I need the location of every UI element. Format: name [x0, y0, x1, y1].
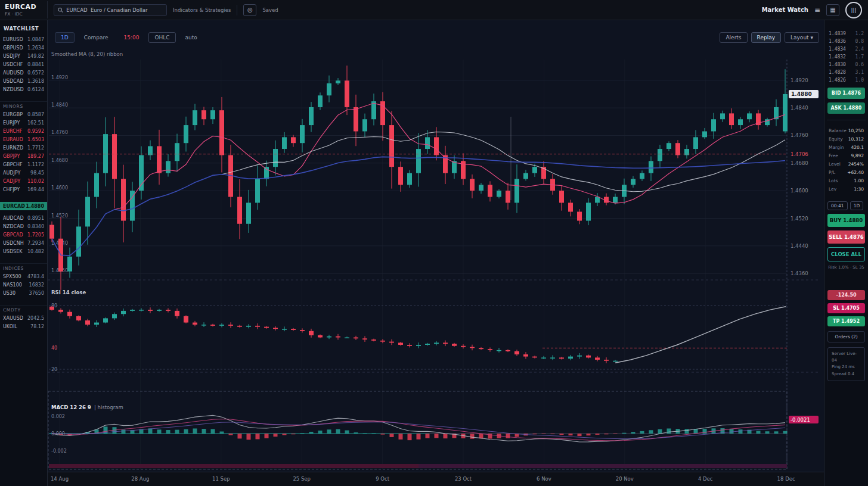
account-summary: Balance10,250Equity10,312Margin420.1Free…	[824, 126, 868, 193]
watchlist-item-nzdcad[interactable]: NZDCAD0.8340	[0, 222, 47, 230]
watchlist-symbol: CADJPY	[3, 179, 20, 184]
watchlist-symbol: EURCHF	[3, 129, 22, 134]
watchlist-item-chfjpy[interactable]: CHFJPY169.44	[0, 185, 47, 194]
ladder-price: 1.4832	[829, 54, 846, 60]
search-input[interactable]	[66, 7, 163, 13]
watchlist-price: 0.9592	[27, 129, 44, 134]
watchlist-item-usdcnh[interactable]: USDCNH7.2934	[0, 239, 47, 247]
alerts-button[interactable]: Alerts	[720, 32, 747, 43]
ladder-level[interactable]: 1.48283.1	[824, 68, 868, 76]
close-all-button[interactable]: CLOSE ALL	[827, 247, 865, 261]
symbol-search[interactable]	[54, 4, 167, 16]
menu-icon[interactable]: ≡	[814, 6, 820, 14]
ladder-level[interactable]: 1.48360.8	[824, 38, 868, 45]
watchlist-item-usdjpy[interactable]: USDJPY149.82	[0, 52, 47, 60]
watchlist-sidebar: WATCHLIST EURUSD1.0847GBPUSD1.2634USDJPY…	[0, 20, 48, 486]
account-value: 1.00	[854, 178, 864, 183]
trade-panel: 1.48391.21.48360.81.48342.41.48321.71.48…	[824, 20, 868, 486]
watchlist-item-gbpusd[interactable]: GBPUSD1.2634	[0, 43, 47, 52]
ladder-level[interactable]: 1.48321.7	[824, 53, 868, 61]
account-row: Lev1:30	[824, 185, 868, 193]
watchlist-price: 37650	[29, 291, 44, 296]
saved-label[interactable]: Saved	[262, 7, 278, 13]
indicators-button[interactable]: Indicators & Strategies	[173, 7, 231, 13]
pl-badge: -124.50	[827, 290, 865, 300]
watchlist-item-euraud[interactable]: EURAUD1.6503	[0, 135, 47, 144]
watchlist-section: INDICES	[0, 263, 47, 272]
tab-compare[interactable]: Compare	[78, 32, 114, 43]
svg-text:1.4760: 1.4760	[51, 130, 68, 135]
watchlist-item-usdsek[interactable]: USDSEK10.482	[0, 247, 47, 256]
watchlist-symbol: AUDCAD	[3, 216, 24, 221]
ask-quote[interactable]: ASK 1.4880	[827, 102, 865, 114]
watchlist-item-ukoil[interactable]: UKOIL78.12	[0, 322, 47, 331]
watchlist-item-nzdusd[interactable]: NZDUSD0.6124	[0, 85, 47, 94]
sell-button[interactable]: SELL 1.4876	[827, 230, 865, 244]
account-label: Lev	[829, 186, 836, 192]
toolbar-divider	[237, 5, 237, 15]
watchlist-item-gbpcad[interactable]: GBPCAD1.7205	[0, 230, 47, 239]
watchlist-item-xauusd[interactable]: XAUUSD2042.5	[0, 314, 47, 322]
time-axis-label: 18 Dec	[777, 476, 795, 482]
watchlist-item-gbpchf[interactable]: GBPCHF1.1172	[0, 160, 47, 169]
ladder-price: 1.4830	[829, 62, 846, 67]
watchlist-item-cadjpy[interactable]: CADJPY110.02	[0, 177, 47, 185]
timeframe-chip[interactable]: 1D	[850, 201, 864, 210]
chart-area: 1DCompare15:00OHLCauto AlertsReplayLayou…	[48, 20, 824, 486]
watchlist-price: 1.0847	[27, 37, 44, 42]
tab-auto[interactable]: auto	[179, 32, 203, 43]
watchlist-item-audusd[interactable]: AUDUSD0.6572	[0, 68, 47, 77]
time-axis-label: 23 Oct	[455, 476, 472, 482]
watchlist-item-eurnzd[interactable]: EURNZD1.7712	[0, 144, 47, 152]
tab-1d[interactable]: 1D	[55, 32, 75, 43]
watchlist-item-us30[interactable]: US3037650	[0, 289, 47, 297]
svg-text:1.4920: 1.4920	[790, 77, 808, 83]
watchlist-item-nas100[interactable]: NAS10016832	[0, 281, 47, 289]
time-axis[interactable]: 14 Aug28 Aug11 Sep25 Sep9 Oct23 Oct6 Nov…	[48, 472, 824, 486]
watchlist-symbol: CHFJPY	[3, 187, 20, 192]
watchlist-price: 1.2634	[27, 45, 44, 51]
layout--button[interactable]: Layout ▾	[785, 32, 819, 43]
tab-ohlc[interactable]: OHLC	[148, 32, 175, 43]
buy-button[interactable]: BUY 1.4880	[827, 214, 865, 227]
takeprofit-badge[interactable]: TP 1.4952	[827, 316, 865, 326]
watchlist-symbol: EURUSD	[3, 37, 23, 42]
watchlist-item-spx500[interactable]: SPX5004783.4	[0, 272, 47, 281]
watchlist-item-audcad[interactable]: AUDCAD0.8951	[0, 214, 47, 222]
tab-15-00[interactable]: 15:00	[117, 32, 145, 43]
svg-text:1.4360: 1.4360	[790, 270, 808, 276]
main-price-panel: Smoothed MA (8, 20) ribbon	[49, 51, 788, 290]
watchlist-price: 1.4880	[26, 204, 44, 209]
svg-text:1.4840: 1.4840	[790, 105, 808, 111]
watchlist-item-usdcad[interactable]: USDCAD1.3618	[0, 77, 47, 85]
watchlist-item-eurcad[interactable]: EURCAD1.4880	[0, 202, 47, 210]
watchlist-symbol: UKOIL	[3, 324, 17, 329]
ladder-level[interactable]: 1.48261.0	[824, 76, 868, 84]
ladder-level[interactable]: 1.48342.4	[824, 45, 868, 53]
account-row: P/L+62.40	[824, 168, 868, 176]
replay-button[interactable]: Replay	[751, 32, 781, 43]
watchlist-price: 4783.4	[27, 274, 44, 279]
account-value: 2454%	[848, 161, 864, 167]
ladder-level[interactable]: 1.48391.2	[824, 30, 868, 38]
ladder-level[interactable]: 1.48300.6	[824, 61, 868, 68]
watchlist-item-eurgbp[interactable]: EURGBP0.8587	[0, 110, 47, 119]
svg-text:-0.0021: -0.0021	[790, 417, 810, 423]
watchlist-item-eurusd[interactable]: EURUSD1.0847	[0, 35, 47, 43]
watchlist-item-eurjpy[interactable]: EURJPY162.51	[0, 119, 47, 127]
svg-text:1.4680: 1.4680	[51, 158, 68, 163]
watchlist-item-audjpy[interactable]: AUDJPY98.45	[0, 169, 47, 177]
grid-layout-icon[interactable]: ▦	[826, 4, 839, 16]
symbol-logo[interactable]: EURCAD FX · IDC	[0, 1, 48, 18]
stoploss-badge[interactable]: SL 1.4705	[827, 303, 865, 313]
camera-icon[interactable]: ◎	[243, 4, 256, 16]
orders-button[interactable]: Orders (2)	[827, 331, 865, 342]
watchlist-item-eurchf[interactable]: EURCHF0.9592	[0, 127, 47, 135]
chart-canvas[interactable]: 1.49201.48401.47601.46801.46001.45201.44…	[48, 50, 819, 472]
bid-quote[interactable]: BID 1.4876	[827, 88, 865, 99]
svg-text:1.4760: 1.4760	[790, 132, 808, 138]
avatar[interactable]: |||	[845, 2, 862, 18]
watchlist-item-usdchf[interactable]: USDCHF0.8841	[0, 60, 47, 68]
watchlist-item-gbpjpy[interactable]: GBPJPY189.27	[0, 152, 47, 160]
session-chips: 00:41 1D	[827, 201, 865, 210]
